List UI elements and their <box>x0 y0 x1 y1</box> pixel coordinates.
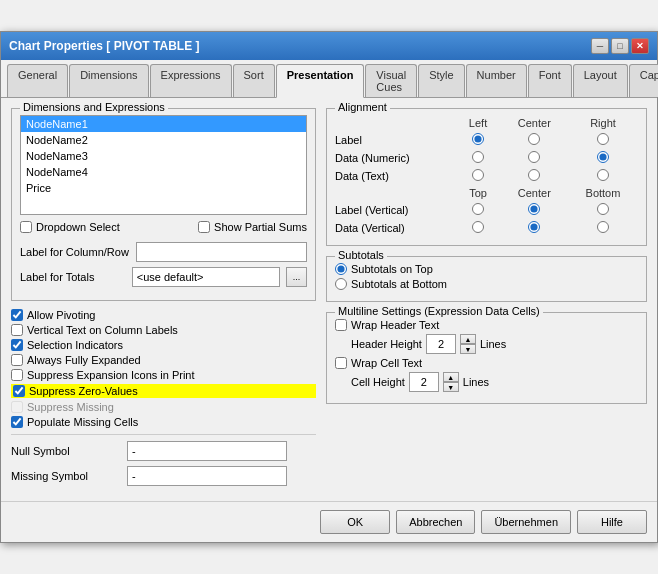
tab-dimensions[interactable]: Dimensions <box>69 64 148 97</box>
data-text-center-radio[interactable] <box>528 169 540 181</box>
selection-indicators-checkbox[interactable] <box>11 339 23 351</box>
cell-height-spinner: ▲ ▼ <box>443 372 459 392</box>
tabs-bar: General Dimensions Expressions Sort Pres… <box>1 60 657 98</box>
wrap-cell-text-checkbox[interactable] <box>335 357 347 369</box>
subtotals-on-top-radio[interactable] <box>335 263 347 275</box>
data-vert-center-radio[interactable] <box>528 221 540 233</box>
suppress-missing-label: Suppress Missing <box>27 401 114 413</box>
data-numeric-left-radio[interactable] <box>472 151 484 163</box>
table-row: Data (Text) <box>335 167 638 185</box>
label-vert-center-radio[interactable] <box>528 203 540 215</box>
header-height-up-button[interactable]: ▲ <box>460 334 476 344</box>
suppress-zero-values-checkbox[interactable] <box>13 385 25 397</box>
label-center-radio[interactable] <box>528 133 540 145</box>
vertical-text-checkbox[interactable] <box>11 324 23 336</box>
vert-bottom-header: Bottom <box>568 185 638 201</box>
selection-indicators-row: Selection Indicators <box>11 339 316 351</box>
cell-lines-label: Lines <box>463 376 489 388</box>
apply-button[interactable]: Übernehmen <box>481 510 571 534</box>
suppress-zero-values-row: Suppress Zero-Values <box>11 384 316 398</box>
cell-height-input[interactable] <box>409 372 439 392</box>
label-vert-top-radio[interactable] <box>472 203 484 215</box>
label-column-row-input[interactable] <box>136 242 307 262</box>
ok-button[interactable]: OK <box>320 510 390 534</box>
list-item[interactable]: NodeName4 <box>21 164 306 180</box>
data-numeric-right-radio[interactable] <box>597 151 609 163</box>
label-vert-bottom-cell <box>568 201 638 219</box>
tab-font[interactable]: Font <box>528 64 572 97</box>
label-totals-input[interactable] <box>132 267 280 287</box>
maximize-button[interactable]: □ <box>611 38 629 54</box>
show-partial-sums-label: Show Partial Sums <box>214 221 307 233</box>
data-vert-top-radio[interactable] <box>472 221 484 233</box>
header-height-down-button[interactable]: ▼ <box>460 344 476 354</box>
tab-expressions[interactable]: Expressions <box>150 64 232 97</box>
cancel-button[interactable]: Abbrechen <box>396 510 475 534</box>
list-item[interactable]: NodeName3 <box>21 148 306 164</box>
dropdown-select-row: Dropdown Select <box>20 221 120 233</box>
missing-symbol-input[interactable] <box>127 466 287 486</box>
tab-sort[interactable]: Sort <box>233 64 275 97</box>
tab-caption[interactable]: Caption <box>629 64 658 97</box>
multiline-title: Multiline Settings (Expression Data Cell… <box>335 305 543 317</box>
wrap-header-text-row: Wrap Header Text <box>335 319 638 331</box>
label-totals-label: Label for Totals <box>20 271 126 283</box>
tab-number[interactable]: Number <box>466 64 527 97</box>
wrap-header-text-checkbox[interactable] <box>335 319 347 331</box>
close-button[interactable]: ✕ <box>631 38 649 54</box>
dimensions-listbox[interactable]: NodeName1 NodeName2 NodeName3 NodeName4 … <box>20 115 307 215</box>
label-vert-bottom-radio[interactable] <box>597 203 609 215</box>
data-text-left-radio[interactable] <box>472 169 484 181</box>
subtotals-at-bottom-radio[interactable] <box>335 278 347 290</box>
cell-height-up-button[interactable]: ▲ <box>443 372 459 382</box>
null-symbol-input[interactable] <box>127 441 287 461</box>
tab-visual-cues[interactable]: Visual Cues <box>365 64 417 97</box>
header-lines-label: Lines <box>480 338 506 350</box>
wrap-cell-text-label: Wrap Cell Text <box>351 357 422 369</box>
help-button[interactable]: Hilfe <box>577 510 647 534</box>
tab-presentation[interactable]: Presentation <box>276 64 365 98</box>
data-numeric-center-radio[interactable] <box>528 151 540 163</box>
dropdown-select-checkbox[interactable] <box>20 221 32 233</box>
subtotals-at-bottom-row: Subtotals at Bottom <box>335 278 638 290</box>
label-right-radio-cell <box>568 131 638 149</box>
data-text-center-cell <box>501 167 568 185</box>
data-vert-bottom-radio[interactable] <box>597 221 609 233</box>
browse-button[interactable]: ... <box>286 267 307 287</box>
vert-center-header: Center <box>501 185 568 201</box>
always-fully-expanded-checkbox[interactable] <box>11 354 23 366</box>
list-item[interactable]: NodeName2 <box>21 132 306 148</box>
label-column-row-label: Label for Column/Row <box>20 246 130 258</box>
suppress-expansion-icons-checkbox[interactable] <box>11 369 23 381</box>
allow-pivoting-label: Allow Pivoting <box>27 309 95 321</box>
list-item[interactable]: Price <box>21 180 306 196</box>
data-vert-center-cell <box>501 219 568 237</box>
show-partial-sums-checkbox[interactable] <box>198 221 210 233</box>
data-vert-bottom-cell <box>568 219 638 237</box>
header-height-spinner: ▲ ▼ <box>460 334 476 354</box>
title-controls: ─ □ ✕ <box>591 38 649 54</box>
tab-style[interactable]: Style <box>418 64 464 97</box>
allow-pivoting-checkbox[interactable] <box>11 309 23 321</box>
null-symbol-row: Null Symbol <box>11 441 316 461</box>
wrap-cell-text-row: Wrap Cell Text <box>335 357 638 369</box>
left-panel: Dimensions and Expressions NodeName1 Nod… <box>11 108 316 491</box>
list-item[interactable]: NodeName1 <box>21 116 306 132</box>
header-height-input[interactable] <box>426 334 456 354</box>
cell-height-row: Cell Height ▲ ▼ Lines <box>351 372 638 392</box>
title-bar: Chart Properties [ PIVOT TABLE ] ─ □ ✕ <box>1 32 657 60</box>
label-left-radio-cell <box>455 131 500 149</box>
data-numeric-right-cell <box>568 149 638 167</box>
cell-height-down-button[interactable]: ▼ <box>443 382 459 392</box>
label-left-radio[interactable] <box>472 133 484 145</box>
minimize-button[interactable]: ─ <box>591 38 609 54</box>
populate-missing-cells-checkbox[interactable] <box>11 416 23 428</box>
tab-general[interactable]: General <box>7 64 68 97</box>
align-right-header: Right <box>568 115 638 131</box>
data-text-right-radio[interactable] <box>597 169 609 181</box>
label-right-radio[interactable] <box>597 133 609 145</box>
populate-missing-cells-row: Populate Missing Cells <box>11 416 316 428</box>
dropdown-select-label: Dropdown Select <box>36 221 120 233</box>
suppress-missing-checkbox[interactable] <box>11 401 23 413</box>
tab-layout[interactable]: Layout <box>573 64 628 97</box>
